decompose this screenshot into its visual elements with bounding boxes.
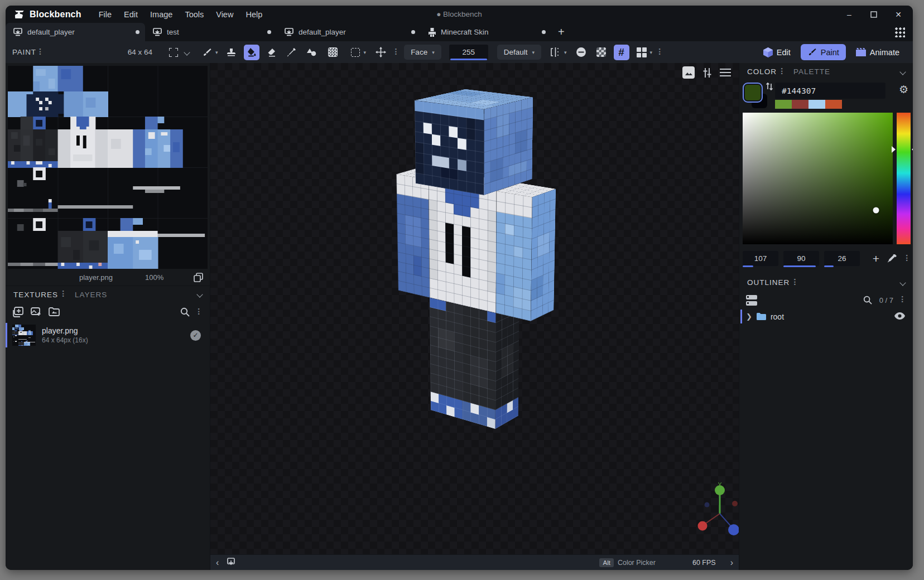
value-value-slider[interactable] — [824, 265, 834, 267]
outliner-root-row[interactable]: ❯ root — [739, 309, 913, 324]
close-button[interactable]: ✕ — [887, 7, 909, 22]
texture-list-item[interactable]: player.png 64 x 64px (16x) ✓ — [6, 321, 210, 349]
project-tab-test[interactable]: test — [145, 23, 277, 41]
import-texture-icon[interactable] — [13, 307, 23, 317]
create-texture-icon[interactable] — [31, 307, 41, 317]
mode-edit-button[interactable]: Edit — [757, 44, 797, 60]
viewport-sliders-icon[interactable] — [702, 67, 713, 78]
reference-image-icon[interactable] — [49, 307, 60, 317]
menu-file[interactable]: File — [93, 7, 118, 22]
mode-paint-button[interactable]: Paint — [801, 44, 846, 60]
unsaved-dot-icon[interactable] — [136, 30, 139, 34]
head-front-face[interactable] — [415, 100, 484, 195]
maximize-button[interactable] — [863, 7, 885, 22]
selection-tool[interactable] — [348, 45, 363, 60]
new-tab-button[interactable]: + — [551, 23, 571, 41]
texture-preview-canvas[interactable] — [8, 66, 208, 269]
primary-color-swatch[interactable] — [743, 83, 763, 103]
leg-right-front-face[interactable] — [462, 305, 495, 429]
app-grid-icon[interactable] — [894, 27, 905, 37]
tab-layers[interactable]: LAYERS — [75, 291, 107, 299]
hue-value-field[interactable] — [743, 251, 778, 266]
outliner-title[interactable]: OUTLINER — [747, 278, 798, 287]
panel-options-icon[interactable] — [38, 49, 44, 56]
palette-swatch-3[interactable] — [825, 100, 842, 109]
panel-collapse-icon[interactable] — [196, 291, 203, 297]
hue-value-slider[interactable] — [743, 265, 753, 267]
menu-help[interactable]: Help — [239, 7, 268, 22]
saturation-value-field[interactable] — [783, 251, 819, 266]
value-input[interactable] — [824, 251, 860, 266]
outliner-more-icon[interactable] — [901, 297, 906, 303]
texture-list-options-icon[interactable] — [197, 309, 203, 316]
opacity-value-field[interactable] — [449, 45, 488, 60]
project-tab-default_player[interactable]: default_player — [277, 23, 421, 41]
color-more-options-icon[interactable] — [905, 255, 911, 262]
hue-slider[interactable] — [897, 113, 911, 244]
uv-window-toggle[interactable] — [634, 45, 649, 60]
preview-mode-icon[interactable] — [227, 558, 235, 567]
unsaved-dot-icon[interactable] — [411, 30, 415, 34]
eraser-tool[interactable] — [264, 45, 280, 60]
lock-alpha-toggle[interactable] — [574, 45, 589, 60]
copy-icon[interactable] — [194, 273, 203, 282]
add-to-palette-icon[interactable]: + — [873, 253, 879, 264]
menu-edit[interactable]: Edit — [118, 7, 144, 22]
menu-tools[interactable]: Tools — [179, 7, 210, 22]
eyedropper-icon[interactable] — [887, 254, 897, 264]
move-tool[interactable] — [373, 45, 388, 60]
hex-color-input[interactable] — [775, 83, 886, 99]
outliner-search-icon[interactable] — [863, 296, 872, 304]
mirror-caret-icon[interactable]: ▾ — [564, 50, 567, 55]
fullscreen-icon[interactable] — [166, 45, 181, 60]
tab-palette[interactable]: PALETTE — [793, 67, 830, 76]
painting-grid-toggle[interactable]: # — [614, 45, 629, 60]
viewport-menu-icon[interactable] — [720, 69, 731, 76]
search-icon[interactable] — [180, 307, 190, 317]
head-side-face[interactable] — [484, 97, 533, 195]
leg-left-front-face[interactable] — [430, 298, 463, 419]
minimize-button[interactable]: – — [838, 7, 860, 22]
picker-cursor[interactable] — [873, 207, 879, 213]
uv-caret-icon[interactable]: ▾ — [650, 50, 653, 55]
background-image-icon[interactable] — [682, 66, 695, 79]
color-picker-tool[interactable] — [284, 45, 300, 60]
viewport-3d[interactable]: Y ‹ Alt Color Picker 60 FPS › — [210, 63, 739, 570]
palette-swatch-2[interactable] — [808, 100, 825, 109]
arm-near-front-face[interactable] — [496, 191, 532, 321]
outliner-options-icon[interactable] — [793, 279, 798, 286]
unsaved-dot-icon[interactable] — [267, 30, 271, 34]
arm-near-side-face[interactable] — [531, 189, 556, 321]
unsaved-dot-icon[interactable] — [542, 30, 546, 34]
pixel-grid-toggle[interactable] — [594, 45, 609, 60]
mode-animate-button[interactable]: Animate — [849, 44, 906, 60]
mirror-paint-toggle[interactable] — [548, 45, 564, 60]
textures-options-icon[interactable] — [61, 291, 67, 298]
fill-bucket-tool[interactable] — [244, 45, 259, 60]
prev-chevron-icon[interactable]: ‹ — [216, 558, 219, 568]
next-chevron-icon[interactable]: › — [730, 558, 733, 568]
selection-caret-icon[interactable]: ▾ — [364, 50, 367, 55]
value-value-field[interactable] — [824, 251, 860, 266]
tab-color[interactable]: COLOR — [747, 67, 786, 76]
gear-icon[interactable]: ⚙ — [899, 83, 908, 96]
swap-colors-icon[interactable] — [765, 81, 774, 94]
saturation-value-slider[interactable] — [783, 265, 816, 267]
zoom-chevron-icon[interactable] — [184, 49, 190, 55]
hue-input[interactable] — [743, 251, 778, 266]
color-panel-collapse-icon[interactable] — [899, 69, 906, 75]
tab-textures[interactable]: TEXTURES — [13, 291, 67, 299]
palette-swatch-0[interactable] — [775, 100, 792, 109]
brush-tool[interactable] — [199, 45, 215, 60]
color-options-icon[interactable] — [780, 69, 786, 75]
saturation-input[interactable] — [783, 251, 819, 266]
toolbar-overflow-icon[interactable] — [658, 49, 663, 56]
stamp-tool[interactable] — [224, 45, 239, 60]
opacity-slider[interactable] — [450, 59, 487, 60]
outliner-toggles-icon[interactable] — [746, 295, 757, 306]
project-tab-default_player[interactable]: default_player — [6, 23, 145, 41]
arm-far-front-face[interactable] — [396, 174, 430, 298]
leg-right-side-face[interactable] — [495, 302, 519, 429]
visibility-eye-icon[interactable] — [894, 312, 905, 322]
blend-mode-dropdown[interactable]: Default▾ — [497, 45, 541, 60]
